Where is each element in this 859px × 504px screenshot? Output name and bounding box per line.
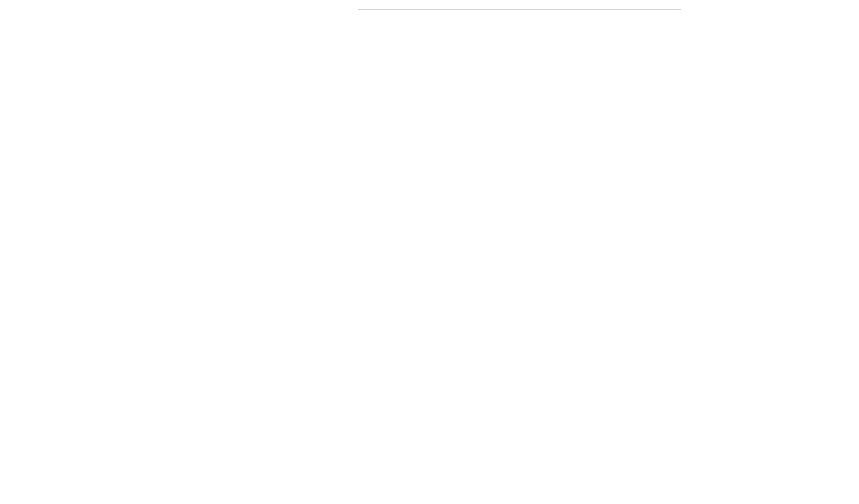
sample-sheet-before: Arial 24 pt Arial 24 pt bold Arial 24 pt…: [5, 9, 352, 10]
annotation-arrows: [0, 0, 859, 10]
replace-fonts-dialog-1: ℜ Replace fonts ✕ WORK ZONE current page…: [358, 9, 681, 10]
